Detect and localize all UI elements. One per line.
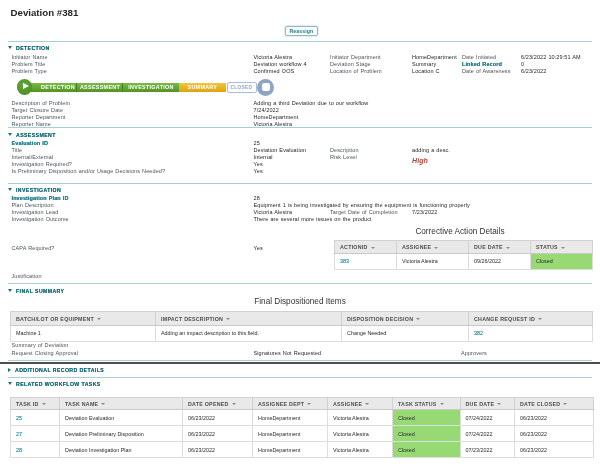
column-header-due-date[interactable]: DUE DATE — [469, 241, 531, 254]
section-header-detection[interactable]: DETECTION — [8, 45, 50, 51]
column-header-impact-description[interactable]: IMPACT DESCRIPTION — [156, 312, 342, 326]
column-header-task-name[interactable]: TASK NAME — [60, 398, 183, 410]
column-header-assignee-dept[interactable]: ASSIGNEE DEPT — [253, 398, 328, 410]
column-header-actionid[interactable]: ACTIONID — [335, 241, 397, 254]
column-header-label: DUE DATE — [474, 244, 503, 250]
field-value: HomeDepartment — [254, 114, 299, 121]
column-header-batch-lot[interactable]: BATCH/LOT OR EQUIPMENT — [11, 312, 156, 326]
cell-assignee: Victoria Alestra — [397, 254, 469, 270]
status-badge: Closed — [393, 442, 461, 458]
sort-arrow-icon — [42, 403, 46, 405]
column-header-label: ASSIGNEE — [333, 401, 362, 407]
task-id-link[interactable]: 27 — [11, 426, 60, 442]
evaluation-id-link[interactable]: Evaluation ID — [12, 140, 49, 147]
field-label: Investigation Lead — [12, 209, 59, 216]
field-value: 0 — [521, 61, 524, 68]
column-header-assignee[interactable]: ASSIGNEE — [397, 241, 469, 254]
column-header-change-request-id[interactable]: CHANGE REQUEST ID — [469, 312, 593, 326]
form-row: Reporter Department HomeDepartment — [0, 114, 600, 121]
field-label: Title — [12, 147, 23, 154]
sort-arrow-icon — [561, 247, 565, 249]
column-header-label: ASSIGNEE — [402, 244, 431, 250]
task-id-link[interactable]: 28 — [11, 442, 60, 458]
sort-arrow-icon — [226, 318, 230, 320]
sort-arrow-icon — [506, 247, 510, 249]
cell-task-name: Deviation Evaluation — [60, 410, 183, 426]
stage-closed: CLOSED — [227, 82, 257, 93]
cell-assignee: Victoria Alestra — [328, 410, 393, 426]
table-row: 28 Deviation Investigation Plan 06/23/20… — [11, 442, 594, 458]
sort-arrow-icon — [365, 403, 369, 405]
section-title: ADDITIONAL RECORD DETAILS — [15, 367, 104, 373]
dark-divider — [0, 362, 600, 364]
corrective-action-details-title: Corrective Action Details — [334, 227, 586, 236]
field-label: Date Initiated — [462, 54, 496, 61]
field-value: Location C — [412, 68, 440, 75]
field-value: Deviation workflow 4 — [254, 61, 307, 68]
cell-due-date: 07/24/2022 — [460, 426, 515, 442]
investigation-plan-id-link[interactable]: Investigation Plan ID — [12, 195, 69, 202]
field-label: Problem Title — [12, 61, 46, 68]
section-header-related-workflow-tasks[interactable]: RELATED WORKFLOW TASKS — [8, 381, 101, 387]
field-value: 6/23/2022 — [521, 68, 546, 75]
collapse-triangle-icon — [8, 133, 12, 136]
form-row: Justification — [0, 273, 600, 280]
column-header-assignee[interactable]: ASSIGNEE — [328, 398, 393, 410]
column-header-due-date[interactable]: DUE DATE — [460, 398, 515, 410]
stop-icon — [257, 79, 274, 96]
sort-arrow-icon — [371, 247, 375, 249]
column-header-date-opened[interactable]: DATE OPENED — [183, 398, 253, 410]
divider — [8, 183, 592, 184]
workflow-stage-bar: DETECTION ASSESSMENT INVESTIGATION SUMMA… — [0, 78, 600, 96]
column-header-task-id[interactable]: TASK ID — [11, 398, 60, 410]
field-value: Yes — [254, 245, 263, 252]
sort-arrow-icon — [97, 318, 101, 320]
cell-batch: Machine 1 — [11, 326, 156, 342]
task-id-link[interactable]: 25 — [11, 410, 60, 426]
form-row: Summary of Deviation — [0, 342, 600, 349]
table-row: 383 Victoria Alestra 09/26/2022 Closed — [335, 254, 593, 270]
cell-due-date: 09/26/2022 — [469, 254, 531, 270]
field-label: Request Closing Approval — [12, 350, 79, 357]
stage-assessment: ASSESSMENT — [76, 83, 123, 92]
section-header-assessment[interactable]: ASSESSMENT — [8, 131, 56, 137]
table-body: BATCH/LOT OR EQUIPMENT IMPACT DESCRIPTIO… — [11, 312, 593, 342]
cell-date-closed: 06/23/2022 — [515, 426, 594, 442]
table-header-row: TASK ID TASK NAME DATE OPENED ASSIGNEE D… — [11, 398, 594, 410]
column-header-task-status[interactable]: TASK STATUS — [393, 398, 461, 410]
field-value: Deviation Evaluation — [254, 147, 307, 154]
form-row: Investigation Lead Victoria Alestra Targ… — [0, 209, 600, 216]
form-row: Title Deviation Evaluation Description a… — [0, 147, 600, 154]
status-badge: Closed — [393, 426, 461, 442]
field-value: Summary — [412, 61, 436, 68]
column-header-date-closed[interactable]: DATE CLOSED — [515, 398, 594, 410]
field-label: Deviation Stage — [330, 61, 371, 68]
cell-date-closed: 06/23/2022 — [515, 442, 594, 458]
section-title: RELATED WORKFLOW TASKS — [16, 381, 101, 387]
column-header-status[interactable]: STATUS — [531, 241, 593, 254]
section-header-additional-record-details[interactable]: ADDITIONAL RECORD DETAILS — [8, 367, 104, 373]
linked-record-link[interactable]: Linked Record — [462, 61, 502, 68]
field-value: Signatures Not Requested — [254, 350, 322, 357]
play-icon — [17, 79, 33, 95]
column-header-disposition-decision[interactable]: DISPOSITION DECISION — [342, 312, 469, 326]
reassign-button[interactable]: Reassign — [285, 26, 318, 36]
section-header-final-summary[interactable]: FINAL SUMMARY — [8, 287, 64, 293]
change-request-id-link[interactable]: 382 — [469, 326, 593, 342]
section-header-investigation[interactable]: INVESTIGATION — [8, 186, 61, 192]
action-id-link[interactable]: 383 — [335, 254, 397, 270]
field-value: Yes — [254, 168, 263, 175]
form-row: Plan Description Equipment 1 is being in… — [0, 202, 600, 209]
sort-arrow-icon — [538, 318, 542, 320]
field-label: Justification — [12, 273, 42, 280]
column-header-label: TASK STATUS — [398, 401, 437, 407]
cell-assignee: Victoria Alestra — [328, 426, 393, 442]
deviation-record-page: Deviation #381 Reassign DETECTION Initia… — [0, 0, 600, 470]
cell-task-name: Deviation Investigation Plan — [60, 442, 183, 458]
cell-impact: Adding an impact description to this fie… — [156, 326, 342, 342]
approvers-label: Approvers — [461, 350, 487, 357]
section-title: FINAL SUMMARY — [16, 288, 64, 294]
field-value: 28 — [254, 195, 260, 202]
stage-detection: DETECTION — [24, 83, 84, 92]
table-row: 27 Deviation Preliminary Disposition 06/… — [11, 426, 594, 442]
